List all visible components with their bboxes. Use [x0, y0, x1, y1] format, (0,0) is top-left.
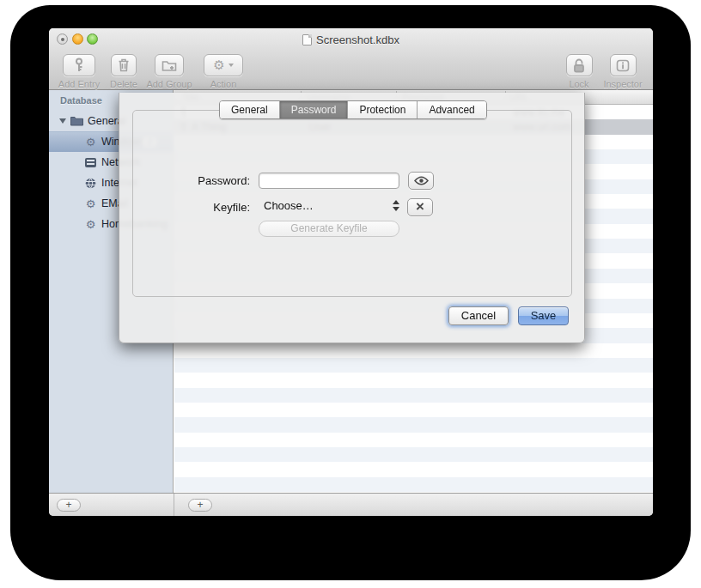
popup-stepper-icon[interactable]: [393, 200, 399, 211]
gear-icon: ⚙: [84, 219, 97, 230]
toolbar-label: Add Entry: [58, 79, 101, 89]
folder-icon: [70, 116, 83, 126]
sidebar-section-header: Database: [60, 95, 102, 106]
window-title: Screenshot.kdbx: [49, 33, 653, 46]
toolbar-add-group[interactable]: Add Group: [145, 54, 193, 89]
add-group-button[interactable]: +: [57, 499, 81, 512]
tab-bar: General Password Protection Advanced: [219, 100, 487, 119]
password-label: Password:: [154, 174, 250, 187]
sidebar-divider: [174, 494, 174, 516]
tab-general[interactable]: General: [220, 101, 280, 118]
eye-icon: [414, 176, 429, 185]
disclosure-triangle-icon[interactable]: [59, 118, 66, 124]
toolbar-label: Lock: [563, 79, 595, 89]
keyfile-popup[interactable]: Choose…: [264, 199, 314, 212]
app-window: Screenshot.kdbx Add Entry Delete: [49, 28, 653, 516]
chevron-down-icon: [229, 64, 234, 67]
generate-keyfile-button[interactable]: Generate Keyfile: [259, 221, 399, 237]
folder-plus-icon: [162, 59, 177, 72]
titlebar-toolbar: Screenshot.kdbx Add Entry Delete: [49, 28, 653, 90]
globe-icon: [84, 178, 97, 189]
toolbar-lock[interactable]: Lock: [563, 54, 595, 89]
show-password-button[interactable]: [408, 172, 434, 190]
password-input[interactable]: [259, 173, 399, 189]
gear-icon: ⚙: [84, 136, 97, 148]
server-icon: [84, 158, 97, 167]
toolbar-action[interactable]: ⚙ Action: [202, 54, 245, 89]
document-icon: [302, 34, 312, 45]
tab-protection[interactable]: Protection: [348, 101, 418, 118]
save-button[interactable]: Save: [518, 306, 569, 325]
x-icon: ×: [416, 199, 424, 214]
clear-keyfile-button[interactable]: ×: [407, 198, 433, 216]
cancel-button[interactable]: Cancel: [448, 306, 509, 325]
keyfile-label: Keyfile:: [154, 201, 250, 214]
key-icon: [72, 58, 86, 73]
gear-icon: ⚙: [213, 59, 224, 72]
gear-icon: ⚙: [84, 198, 97, 209]
toolbar-delete[interactable]: Delete: [102, 54, 145, 89]
add-entry-button[interactable]: +: [188, 499, 212, 512]
padlock-open-icon: [572, 58, 586, 73]
toolbar-label: Delete: [102, 79, 145, 89]
toolbar-inspector[interactable]: Inspector: [602, 54, 643, 89]
toolbar-add-entry[interactable]: Add Entry: [58, 54, 101, 89]
bottom-bar: + +: [49, 493, 653, 516]
trash-icon: [118, 58, 130, 72]
toolbar-label: Inspector: [602, 79, 643, 89]
toolbar-label: Add Group: [145, 79, 193, 89]
toolbar-label: Action: [202, 79, 245, 89]
database-settings-sheet: General Password Protection Advanced Pas…: [119, 93, 585, 343]
tab-password[interactable]: Password: [280, 101, 349, 118]
info-icon: [616, 59, 630, 72]
tab-advanced[interactable]: Advanced: [418, 101, 485, 118]
